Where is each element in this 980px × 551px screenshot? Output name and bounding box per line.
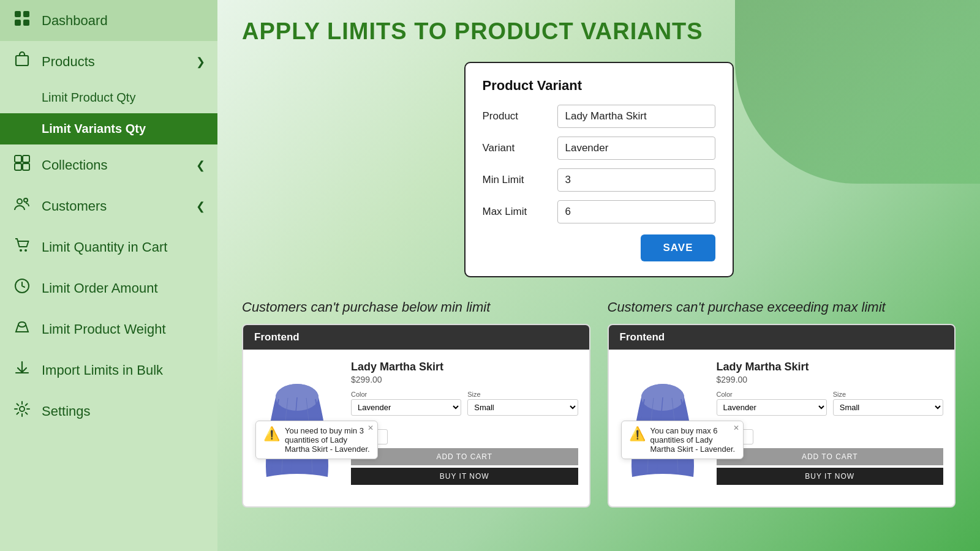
sidebar-item-collections[interactable]: Collections ❮ xyxy=(0,144,217,186)
sidebar-item-limit-product-weight[interactable]: Limit Product Weight xyxy=(0,309,217,350)
demo-min-color-select[interactable]: Lavender xyxy=(351,399,461,416)
demo-min-color-field: Color Lavender xyxy=(351,391,461,416)
demo-max-product-price: $299.00 xyxy=(717,375,944,384)
demo-section: Customers can't purchase below min limit… xyxy=(242,299,956,508)
demo-min-size-label: Size xyxy=(467,391,578,398)
demo-max-caption: Customers can't purchase exceeding max l… xyxy=(608,299,956,315)
sidebar-item-dashboard[interactable]: Dashboard xyxy=(0,0,217,41)
max-limit-label: Max Limit xyxy=(483,206,550,218)
demo-max-color-size-row: Color Lavender Size Small xyxy=(717,391,944,416)
demo-min-buy-it-now[interactable]: BUY IT NOW xyxy=(351,468,578,485)
dashboard-icon xyxy=(12,10,32,31)
svg-rect-8 xyxy=(23,163,29,170)
demo-max-color-field: Color Lavender xyxy=(717,391,827,416)
sidebar-item-limit-variants-qty[interactable]: Limit Variants Qty xyxy=(0,113,217,144)
sidebar-item-limit-product-weight-label: Limit Product Weight xyxy=(42,321,166,337)
limit-order-amount-icon xyxy=(12,277,32,299)
svg-point-12 xyxy=(24,249,27,252)
demo-min-body: Lady Martha Skirt $299.00 Color Lavender xyxy=(243,350,589,496)
demo-max-product-info: Lady Martha Skirt $299.00 Color Lavender xyxy=(717,361,944,485)
sidebar-item-limit-order-amount-label: Limit Order Amount xyxy=(42,280,158,296)
demo-row: Customers can't purchase below min limit… xyxy=(242,299,956,508)
min-limit-input[interactable] xyxy=(557,168,715,192)
limit-variants-qty-label: Limit Variants Qty xyxy=(42,122,146,136)
sidebar-item-limit-product-qty[interactable]: Limit Product Qty xyxy=(0,82,217,113)
variant-input[interactable] xyxy=(557,137,715,160)
limit-qty-cart-icon xyxy=(12,236,32,258)
warning-icon-min: ⚠️ xyxy=(263,426,280,442)
svg-rect-2 xyxy=(15,20,21,26)
demo-min-color-label: Color xyxy=(351,391,461,398)
demo-min-warning-tooltip: ⚠️ You need to buy min 3 quantities of L… xyxy=(255,421,378,459)
svg-point-9 xyxy=(17,199,22,204)
variant-card-title: Product Variant xyxy=(483,78,715,94)
demo-min-close[interactable]: ✕ xyxy=(368,424,374,432)
products-chevron: ❯ xyxy=(196,55,205,69)
settings-icon xyxy=(12,400,32,422)
demo-min-size-select[interactable]: Small xyxy=(467,399,578,416)
collections-chevron: ❮ xyxy=(196,159,205,172)
variant-row: Variant xyxy=(483,137,715,160)
limit-product-qty-label: Limit Product Qty xyxy=(42,91,135,105)
customers-icon xyxy=(12,195,32,217)
min-limit-label: Min Limit xyxy=(483,174,550,186)
demo-max-close[interactable]: ✕ xyxy=(733,424,739,432)
svg-point-15 xyxy=(20,407,24,411)
demo-min-caption: Customers can't purchase below min limit xyxy=(242,299,590,315)
demo-max-buy-it-now[interactable]: BUY IT NOW xyxy=(717,468,944,485)
demo-max-color-select[interactable]: Lavender xyxy=(717,399,827,416)
variant-label: Variant xyxy=(483,142,550,154)
sidebar-item-limit-qty-cart[interactable]: Limit Quantity in Cart xyxy=(0,227,217,268)
max-limit-input[interactable] xyxy=(557,200,715,223)
sidebar-item-limit-order-amount[interactable]: Limit Order Amount xyxy=(0,268,217,309)
svg-rect-3 xyxy=(23,20,29,26)
warning-icon-max: ⚠️ xyxy=(629,426,646,442)
demo-max-color-label: Color xyxy=(717,391,827,398)
sidebar-item-products[interactable]: Products ❯ xyxy=(0,41,217,82)
demo-min-add-to-cart[interactable]: ADD TO CART xyxy=(351,448,578,465)
demo-min-panel: Customers can't purchase below min limit… xyxy=(242,299,590,508)
demo-max-product-name: Lady Martha Skirt xyxy=(717,361,944,373)
demo-max-qty-label: Quantity xyxy=(717,421,944,428)
main-content: APPLY LIMITS TO PRODUCT VARIANTS Product… xyxy=(217,0,980,551)
sidebar-item-import-limits-bulk-label: Import Limits in Bulk xyxy=(42,362,163,378)
demo-max-size-label: Size xyxy=(833,391,943,398)
limit-product-weight-icon xyxy=(12,318,32,340)
sidebar-item-limit-qty-cart-label: Limit Quantity in Cart xyxy=(42,239,167,255)
demo-max-warning-text: You can buy max 6 quantities of Lady Mar… xyxy=(650,426,736,454)
demo-min-card: Frontend xyxy=(242,324,590,508)
demo-max-size-field: Size Small xyxy=(833,391,943,416)
demo-max-size-select[interactable]: Small xyxy=(833,399,943,416)
demo-max-add-to-cart[interactable]: ADD TO CART xyxy=(717,448,944,465)
demo-min-warning-text: You need to buy min 3 quantities of Lady… xyxy=(285,426,370,454)
product-label: Product xyxy=(483,110,550,122)
sidebar: Dashboard Products ❯ Limit Product Qty L… xyxy=(0,0,217,551)
demo-min-product-info: Lady Martha Skirt $299.00 Color Lavender xyxy=(351,361,578,485)
demo-min-frontend-header: Frontend xyxy=(243,325,589,350)
svg-rect-0 xyxy=(15,11,21,17)
svg-rect-6 xyxy=(23,156,29,162)
demo-max-body: Lady Martha Skirt $299.00 Color Lavender xyxy=(609,350,955,496)
svg-rect-7 xyxy=(15,163,21,170)
sidebar-item-collections-label: Collections xyxy=(42,157,108,173)
products-icon xyxy=(12,51,32,72)
save-button[interactable]: SAVE xyxy=(641,234,715,261)
max-limit-row: Max Limit xyxy=(483,200,715,223)
svg-rect-5 xyxy=(15,156,21,162)
demo-min-product-name: Lady Martha Skirt xyxy=(351,361,578,373)
sidebar-item-customers[interactable]: Customers ❮ xyxy=(0,186,217,227)
sidebar-item-products-label: Products xyxy=(42,54,95,70)
demo-min-qty-label: Quantity xyxy=(351,421,578,428)
collections-icon xyxy=(12,154,32,176)
sidebar-item-dashboard-label: Dashboard xyxy=(42,13,108,29)
product-input[interactable] xyxy=(557,105,715,128)
sidebar-item-customers-label: Customers xyxy=(42,198,107,214)
sidebar-item-import-limits-bulk[interactable]: Import Limits in Bulk xyxy=(0,350,217,391)
svg-point-14 xyxy=(18,322,26,327)
sidebar-item-settings-label: Settings xyxy=(42,403,91,419)
demo-min-color-size-row: Color Lavender Size Small xyxy=(351,391,578,416)
min-limit-row: Min Limit xyxy=(483,168,715,192)
demo-max-card: Frontend xyxy=(608,324,956,508)
svg-point-11 xyxy=(20,249,22,252)
sidebar-item-settings[interactable]: Settings xyxy=(0,391,217,432)
